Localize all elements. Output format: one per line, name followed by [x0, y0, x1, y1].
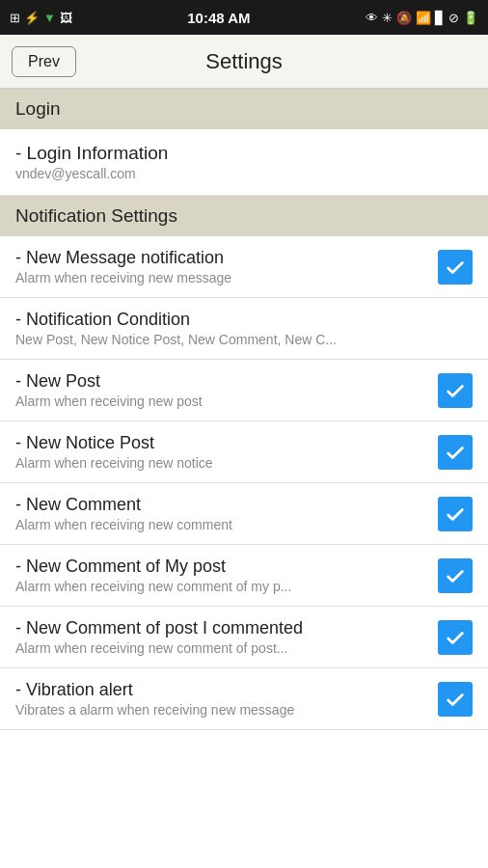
top-nav: Prev Settings	[0, 35, 488, 89]
checkbox-vibration-alert[interactable]	[438, 682, 473, 717]
checkbox-new-comment-my-post[interactable]	[438, 558, 473, 593]
signal-bars-icon: ▊	[435, 11, 445, 25]
item-title: - New Post	[15, 371, 438, 392]
checkbox-new-message[interactable]	[438, 250, 473, 285]
signal-icon: ▼	[43, 11, 56, 25]
item-title: - Notification Condition	[15, 310, 473, 330]
list-item-vibration-alert[interactable]: - Vibration alert Vibrates a alarm when …	[0, 668, 488, 730]
eye-icon: 👁	[366, 11, 378, 25]
login-info-email: vndev@yescall.com	[15, 166, 473, 181]
checkbox-new-post[interactable]	[438, 373, 473, 408]
checkbox-new-comment[interactable]	[438, 497, 473, 531]
list-item-new-message-notification[interactable]: - New Message notification Alarm when re…	[0, 236, 488, 298]
list-item-new-comment-post-commented[interactable]: - New Comment of post I commented Alarm …	[0, 607, 488, 668]
checkbox-new-notice-post[interactable]	[438, 435, 473, 470]
item-subtitle: New Post, New Notice Post, New Comment, …	[15, 332, 473, 347]
list-item-new-comment-my-post[interactable]: - New Comment of My post Alarm when rece…	[0, 545, 488, 607]
battery-icon: 🔋	[463, 11, 478, 25]
list-item-new-comment[interactable]: - New Comment Alarm when receiving new c…	[0, 483, 488, 545]
item-subtitle: Alarm when receiving new message	[15, 270, 438, 285]
status-bar: ⊞ ⚡ ▼ 🖼 10:48 AM 👁 ✳ 🔕 📶 ▊ ⊘ 🔋	[0, 0, 488, 35]
wifi-icon: 📶	[416, 11, 431, 25]
item-subtitle: Alarm when receiving new post	[15, 393, 438, 409]
item-subtitle: Alarm when receiving new notice	[15, 455, 438, 471]
item-subtitle: Alarm when receiving new comment of my p…	[15, 579, 438, 594]
item-title: - Vibration alert	[15, 680, 438, 700]
item-title: - New Message notification	[15, 248, 438, 268]
item-subtitle: Alarm when receiving new comment of post…	[15, 640, 438, 656]
bluetooth-icon: ✳	[382, 11, 393, 25]
usb-icon: ⚡	[24, 11, 40, 25]
list-item-notification-condition[interactable]: - Notification Condition New Post, New N…	[0, 298, 488, 360]
item-subtitle: Alarm when receiving new comment	[15, 517, 438, 532]
item-title: - New Comment	[15, 495, 438, 515]
item-title: - New Comment of post I commented	[15, 618, 438, 638]
status-icons-left: ⊞ ⚡ ▼ 🖼	[10, 11, 72, 25]
section-header-notification: Notification Settings	[0, 196, 488, 236]
add-icon: ⊞	[10, 11, 20, 25]
list-item-new-post[interactable]: - New Post Alarm when receiving new post	[0, 360, 488, 421]
list-item-new-notice-post[interactable]: - New Notice Post Alarm when receiving n…	[0, 421, 488, 483]
item-title: - New Comment of My post	[15, 556, 438, 577]
page-title: Settings	[205, 49, 283, 74]
item-title: - New Notice Post	[15, 433, 438, 453]
prev-button[interactable]: Prev	[12, 46, 76, 77]
block-icon: ⊘	[448, 11, 459, 25]
section-header-login: Login	[0, 89, 488, 129]
settings-content: Login - Login Information vndev@yescall.…	[0, 89, 488, 730]
checkbox-new-comment-post-commented[interactable]	[438, 620, 473, 655]
mute-icon: 🔕	[396, 11, 412, 25]
status-icons-right: 👁 ✳ 🔕 📶 ▊ ⊘ 🔋	[366, 11, 478, 25]
list-item-login-info[interactable]: - Login Information vndev@yescall.com	[0, 129, 488, 196]
login-info-title: - Login Information	[15, 143, 473, 164]
status-time: 10:48 AM	[187, 10, 250, 26]
item-subtitle: Vibrates a alarm when receiving new mess…	[15, 702, 438, 718]
image-icon: 🖼	[60, 11, 72, 25]
